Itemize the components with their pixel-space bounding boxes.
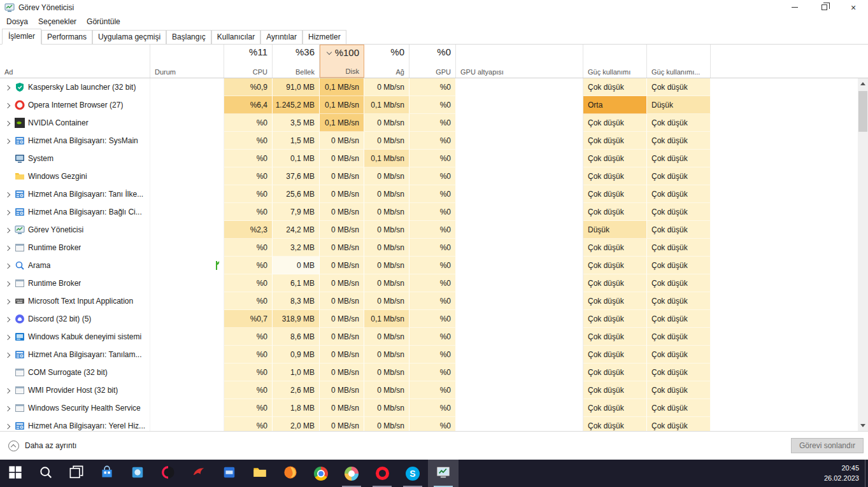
tab-services[interactable]: Hizmetler [302,30,346,45]
expand-chevron-icon[interactable] [4,120,11,127]
power-cell: Çok düşük [583,114,647,132]
taskbar-clock[interactable]: 20:45 26.02.2023 [824,463,865,484]
process-row[interactable]: Windows Kabuk deneyimi sistemi%08,6 MB0 … [0,328,868,346]
process-name: Görev Yöneticisi [28,225,83,234]
expand-chevron-icon[interactable] [4,351,11,358]
expand-chevron-icon[interactable] [4,138,11,145]
process-row[interactable]: Opera Internet Browser (27)%6,41.245,2 M… [0,96,868,114]
process-row[interactable]: Görev Yöneticisi%2,324,2 MB0 MB/sn0 Mb/s… [0,221,868,239]
menu-file[interactable]: Dosya [1,16,33,27]
process-row[interactable]: Kaspersky Lab launcher (32 bit)%0,991,0 … [0,78,868,96]
vertical-scrollbar[interactable] [858,78,868,431]
expand-chevron-icon[interactable] [4,84,11,91]
column-header-gpu[interactable]: %0GPU [409,45,456,78]
restore-button[interactable] [809,0,839,15]
monitor-icon [15,153,25,164]
scroll-up-arrow-icon[interactable] [858,78,868,89]
taskbar-item-chrome[interactable] [306,460,336,487]
column-label-disk: Disk [325,67,359,75]
taskbar-item-store[interactable] [92,460,122,487]
show-desktop-button[interactable] [865,460,868,487]
taskbar-item-dark-browser[interactable] [153,460,183,487]
process-row[interactable]: Hizmet Ana Bilgisayarı: Bağlı Ci...%07,9… [0,203,868,221]
expand-chevron-icon[interactable] [4,280,11,287]
taskbar-item-start[interactable] [0,460,31,487]
taskbar-item-file-explorer[interactable] [245,460,275,487]
taskbar-item-firefox[interactable] [275,460,306,487]
process-row[interactable]: Windows Gezgini%037,6 MB0 MB/sn0 Mb/sn%0… [0,167,868,185]
tab-startup[interactable]: Başlangıç [166,30,211,45]
taskbar-item-photos-app[interactable] [122,460,153,487]
gpu-engine-cell [456,239,583,257]
process-row[interactable]: COM Surrogate (32 bit)%01,0 MB0 MB/sn0 M… [0,363,868,381]
expand-chevron-icon[interactable] [4,191,11,198]
gpu-cell: %0 [409,274,456,292]
scroll-down-arrow-icon[interactable] [858,420,868,431]
expand-chevron-icon[interactable] [4,298,11,305]
column-header-engine[interactable]: GPU altyapısı [456,45,583,78]
tab-processes[interactable]: İşlemler [2,29,41,45]
menu-view[interactable]: Görüntüle [82,16,125,27]
details-toggle[interactable]: Daha az ayrıntı [4,441,76,451]
process-row[interactable]: Discord (32 bit) (5)%0,7318,9 MB0 MB/sn0… [0,310,868,328]
taskbar-item-skype[interactable]: S [397,460,428,487]
process-status-cell [150,363,224,381]
process-row[interactable]: Hizmet Ana Bilgisayarı: Tanı İlke...%025… [0,185,868,203]
process-name: Windows Gezgini [28,172,87,181]
expand-chevron-icon[interactable] [4,387,11,394]
process-name: Hizmet Ana Bilgisayarı: Tanılam... [28,350,142,359]
process-row[interactable]: Hizmet Ana Bilgisayarı: Yerel Hiz...%02,… [0,417,868,431]
minimize-button[interactable] [780,0,809,15]
tab-app-history[interactable]: Uygulama geçmişi [92,30,166,45]
taskbar-item-opera[interactable] [367,460,397,487]
process-name-cell: Hizmet Ana Bilgisayarı: SysMain [0,132,150,150]
clock-date: 26.02.2023 [824,474,859,484]
taskbar-item-red-app[interactable] [183,460,214,487]
process-row[interactable]: System%00,1 MB0 MB/sn0,1 Mb/sn%0Çok düşü… [0,150,868,167]
process-row[interactable]: Hizmet Ana Bilgisayarı: SysMain%01,5 MB0… [0,132,868,150]
window-icon [15,278,25,288]
process-row[interactable]: Runtime Broker%06,1 MB0 MB/sn0 Mb/sn%0Ço… [0,274,868,292]
column-header-disk[interactable]: %100Disk [320,45,364,78]
net-cell: 0,1 Mb/sn [364,150,409,167]
taskbar-item-task-view[interactable] [61,460,92,487]
column-header-net[interactable]: %0Ağ [364,45,409,78]
column-header-cpu[interactable]: %11CPU [224,45,273,78]
taskbar-item-media-app[interactable] [336,460,367,487]
expand-chevron-icon[interactable] [4,423,11,430]
tab-performance[interactable]: Performans [41,30,92,45]
expand-chevron-icon[interactable] [4,405,11,412]
process-row[interactable]: WMI Provider Host (32 bit)%02,6 MB0 MB/s… [0,381,868,399]
gpu-engine-cell [456,132,583,150]
column-header-mem[interactable]: %36Bellek [273,45,320,78]
taskbar-item-blue-app[interactable] [214,460,245,487]
process-row[interactable]: Arama%00 MB0 MB/sn0 Mb/sn%0Çok düşükÇok … [0,257,868,274]
expand-chevron-icon[interactable] [4,244,11,251]
menu-options[interactable]: Seçenekler [33,16,82,27]
expand-chevron-icon[interactable] [4,262,11,269]
process-row[interactable]: Windows Security Health Service%01,8 MB0… [0,399,868,417]
process-row[interactable]: Microsoft Text Input Application%08,3 MB… [0,292,868,310]
column-header-status[interactable]: Durum [150,45,224,78]
taskbar-item-search[interactable] [31,460,61,487]
process-row[interactable]: Hizmet Ana Bilgisayarı: Tanılam...%00,9 … [0,346,868,363]
expand-chevron-icon[interactable] [4,334,11,341]
trend-cell: Çok düşük [647,381,711,399]
scrollbar-thumb[interactable] [858,91,867,132]
tab-details[interactable]: Ayrıntılar [260,30,302,45]
column-header-trend[interactable]: Güç kullanımı... [647,45,711,78]
column-header-name[interactable]: Ad [0,45,150,78]
tab-users[interactable]: Kullanıcılar [211,30,260,45]
expand-chevron-icon[interactable] [4,316,11,323]
process-row[interactable]: NVIDIA Container%03,5 MB0,1 MB/sn0 Mb/sn… [0,114,868,132]
expand-chevron-icon[interactable] [4,102,11,109]
gpu-engine-cell [456,78,583,96]
net-cell: 0 Mb/sn [364,203,409,221]
process-row[interactable]: Runtime Broker%03,2 MB0 MB/sn0 Mb/sn%0Ço… [0,239,868,257]
end-task-button[interactable]: Görevi sonlandır [791,438,864,453]
column-header-power[interactable]: Güç kullanımı [583,45,647,78]
expand-chevron-icon[interactable] [4,227,11,234]
expand-chevron-icon[interactable] [4,209,11,216]
close-button[interactable]: × [839,0,868,15]
taskbar-item-task-manager[interactable] [428,460,459,487]
